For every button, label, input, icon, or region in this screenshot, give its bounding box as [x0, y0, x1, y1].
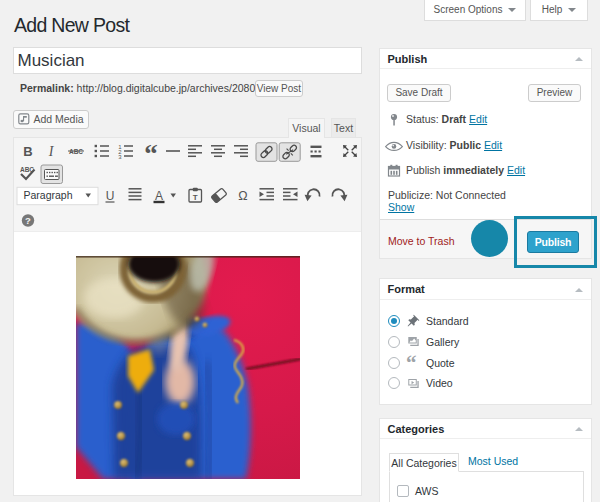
svg-text:Paragraph: Paragraph: [24, 189, 73, 201]
svg-text:3: 3: [118, 154, 122, 160]
svg-text:B: B: [23, 144, 32, 159]
svg-text:?: ?: [25, 215, 31, 226]
svg-text:A: A: [155, 189, 163, 203]
svg-text:T: T: [193, 193, 198, 202]
svg-text:“: “: [144, 139, 158, 169]
svg-text:Ω: Ω: [238, 189, 247, 203]
svg-text:U: U: [106, 189, 115, 203]
svg-text:I: I: [48, 144, 55, 159]
